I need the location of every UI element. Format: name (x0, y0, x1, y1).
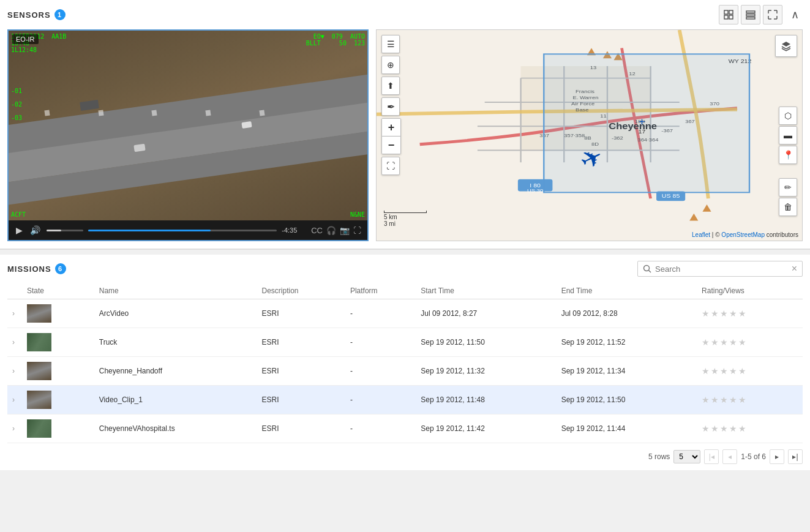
edit-button[interactable]: ✏ (779, 178, 797, 197)
svg-rect-0 (724, 10, 728, 14)
expand-view-button[interactable] (763, 5, 782, 24)
map-menu-button[interactable]: ☰ (381, 35, 400, 53)
row-name: ArcVideo (94, 299, 257, 328)
layers-button[interactable] (775, 35, 797, 57)
row-start-time: Sep 19 2012, 11:42 (416, 414, 556, 443)
collapse-sensors-button[interactable]: ∧ (787, 7, 803, 23)
svg-marker-33 (587, 48, 596, 55)
row-expand-icon[interactable]: › (12, 338, 17, 347)
missions-tbody: › ArcVideo ESRI - Jul 09 2012, 8:27 Jul … (7, 299, 803, 443)
prev-page-button[interactable]: ◂ (722, 449, 737, 464)
svg-text:US 85: US 85 (662, 193, 680, 199)
svg-rect-4 (746, 11, 755, 13)
first-page-button[interactable]: |◂ (704, 449, 719, 464)
row-expand-icon[interactable]: › (12, 395, 17, 404)
map-cluster-button[interactable]: ⊕ (381, 56, 400, 74)
col-rating: Rating/Views (697, 283, 803, 299)
row-end-time: Sep 19 2012, 11:52 (557, 328, 697, 357)
search-box: × (637, 261, 803, 277)
table-row[interactable]: › Truck ESRI - Sep 19 2012, 11:50 Sep 19… (7, 328, 803, 357)
grid-view-button[interactable] (719, 5, 738, 24)
row-expand-icon[interactable]: › (12, 424, 17, 433)
fullscreen-icon[interactable]: ⛶ (353, 226, 361, 235)
video-controls: ▶ 🔊 -4:35 CC 🎧 📷 ⛶ (9, 220, 367, 240)
page-info: 1-5 of 6 (741, 452, 766, 461)
map-export-button[interactable]: ⬆ (381, 77, 400, 95)
search-input[interactable] (655, 264, 788, 274)
camera-icon[interactable]: 📷 (340, 226, 350, 235)
thumbnail (27, 304, 51, 323)
zoom-out-button[interactable]: − (382, 137, 400, 154)
col-expand (7, 283, 22, 299)
table-row[interactable]: › ArcVideo ESRI - Jul 09 2012, 8:27 Jul … (7, 299, 803, 328)
row-end-time: Sep 19 2012, 11:44 (557, 414, 697, 443)
sensors-title-group: SENSORS 1 (7, 9, 66, 20)
svg-rect-7 (377, 30, 802, 241)
missions-header: MISSIONS 6 × (7, 261, 803, 277)
sensors-header: SENSORS 1 ∧ (7, 5, 803, 24)
play-button[interactable]: ▶ (15, 224, 24, 236)
svg-text:364·364: 364·364 (637, 137, 658, 143)
hud-top-right: EO▼ 079 AUTOBLLT 50 123 (306, 33, 365, 47)
volume-button[interactable]: 🔊 (29, 224, 42, 236)
row-rating: ★★★★★ (697, 386, 803, 414)
rows-per-page-select[interactable]: 5 10 25 (673, 450, 700, 463)
video-panel: EO-IR 19SEP2012 AA1B18:481L12:48 (7, 29, 369, 241)
row-platform: - (345, 357, 416, 386)
time-display: -4:35 (282, 227, 306, 234)
col-end-time: End Time (557, 283, 697, 299)
table-row[interactable]: › Cheyenne_Handoff ESRI - Sep 19 2012, 1… (7, 357, 803, 386)
volume-slider[interactable] (47, 230, 83, 231)
last-page-button[interactable]: ▸| (788, 449, 803, 464)
scale-km: 5 km (384, 214, 427, 220)
seek-fill (88, 230, 211, 231)
map-draw-button[interactable]: ✒ (381, 97, 400, 116)
row-name: Video_Clip_1 (94, 386, 257, 414)
video-screen[interactable]: 19SEP2012 AA1B18:481L12:48 EO▼ 079 AUTOB… (9, 31, 367, 220)
hud-row-labels: -01-02-03 (11, 88, 22, 121)
svg-text:Francis: Francis (576, 89, 595, 94)
svg-text:E. Warren: E. Warren (572, 95, 598, 100)
missions-panel: MISSIONS 6 × State Name Description Plat… (0, 255, 810, 470)
zoom-in-button[interactable]: + (382, 119, 400, 136)
row-rating: ★★★★★ (697, 299, 803, 328)
svg-text:I 80: I 80 (530, 182, 541, 188)
cc-icon[interactable]: CC (311, 226, 323, 235)
headphones-icon[interactable]: 🎧 (326, 226, 336, 235)
row-expand-icon[interactable]: › (12, 367, 17, 375)
pagination: 5 rows 5 10 25 |◂ ◂ 1-5 of 6 ▸ ▸| (7, 449, 803, 464)
svg-rect-2 (724, 15, 728, 19)
draw-rect-button[interactable]: ▬ (779, 126, 797, 144)
row-start-time: Sep 19 2012, 11:50 (416, 328, 556, 357)
osm-link[interactable]: OpenStreetMap (721, 231, 765, 238)
row-rating: ★★★★★ (697, 414, 803, 443)
rating-stars: ★★★★★ (702, 309, 748, 318)
fit-extent-button[interactable]: ⛶ (381, 157, 400, 175)
scale-bar (384, 211, 427, 213)
row-expand-icon[interactable]: › (12, 309, 17, 318)
svg-rect-1 (729, 10, 733, 14)
svg-text:8B: 8B (584, 135, 591, 141)
row-name: CheyenneVAhospital.ts (94, 414, 257, 443)
road-marking (44, 110, 50, 116)
next-page-button[interactable]: ▸ (770, 449, 784, 464)
svg-marker-37 (702, 204, 711, 212)
table-row[interactable]: › Video_Clip_1 ESRI - Sep 19 2012, 11:48… (7, 386, 803, 414)
draw-point-button[interactable]: 📍 (779, 146, 797, 164)
row-end-time: Jul 09 2012, 8:28 (557, 299, 697, 328)
thumbnail (27, 362, 51, 380)
rating-stars: ★★★★★ (702, 337, 748, 347)
draw-polygon-button[interactable]: ⬡ (779, 107, 797, 125)
map-attribution: Leaflet | © OpenStreetMap contributors (692, 231, 798, 238)
row-start-time: Sep 19 2012, 11:48 (416, 386, 556, 414)
delete-button[interactable]: 🗑 (779, 198, 797, 216)
svg-text:367: 367 (685, 119, 695, 124)
leaflet-link[interactable]: Leaflet (692, 231, 710, 238)
table-row[interactable]: › CheyenneVAhospital.ts ESRI - Sep 19 20… (7, 414, 803, 443)
clear-search-button[interactable]: × (792, 264, 797, 274)
map-edit-controls: ✏ 🗑 (779, 178, 797, 216)
seek-bar[interactable] (88, 230, 277, 231)
map-panel[interactable]: I 80 US 30 US 85 WY 212 13 12 11 10D 357… (376, 29, 803, 241)
road-marking (206, 110, 211, 116)
list-view-button[interactable] (741, 5, 760, 24)
